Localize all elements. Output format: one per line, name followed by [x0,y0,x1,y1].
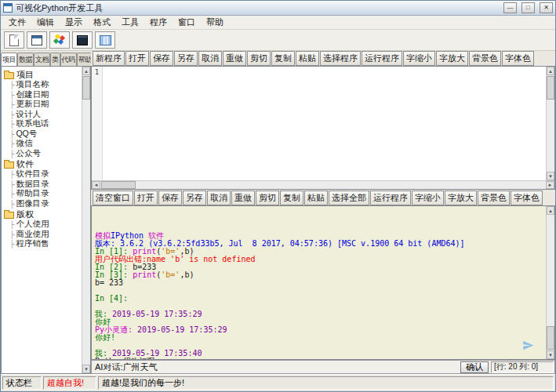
new-file-button[interactable] [4,31,24,49]
console-toolbar-button-1[interactable]: 打开 [134,191,158,205]
tab-4[interactable]: 代码 [60,53,77,66]
console-scroll-thumb[interactable] [547,326,554,350]
scroll-down-icon[interactable]: ▼ [547,350,554,359]
editor-toolbar-button-12[interactable]: 字放大 [436,51,468,66]
ai-dialog-input[interactable]: AI对话:广州天气 [93,361,460,373]
confirm-button[interactable]: 确认 [460,361,489,373]
open-window-button[interactable] [27,31,47,49]
tree-item-0-0[interactable]: ├项目名称 [4,80,82,90]
editor-toolbar-button-10[interactable]: 运行程序 [362,51,402,66]
console-toolbar-button-2[interactable]: 保存 [158,191,182,205]
scroll-left-icon[interactable]: ◄ [92,181,100,189]
editor-toolbar-button-7[interactable]: 复制 [271,51,295,66]
console-scrollbar[interactable]: ▲ ▼ [546,206,554,359]
menu-item-1[interactable]: 编辑 [31,15,60,30]
console-toolbar-button-5[interactable]: 重做 [231,191,255,205]
tree-item-2-2[interactable]: ├程序销售 [4,239,82,249]
tree-item-2-0[interactable]: ├个人使用 [4,220,82,230]
scroll-up-icon[interactable]: ▲ [547,206,554,215]
editor-hscroll-thumb[interactable] [101,181,136,189]
scroll-down-icon[interactable]: ▼ [82,365,90,373]
editor-toolbar-button-2[interactable]: 保存 [150,51,173,66]
tree-item-1-3[interactable]: ├图像目录 [4,199,82,209]
tree-item-0-4[interactable]: ├联系电话 [4,119,82,129]
editor-vscrollbar[interactable]: ▲ ▼ [546,67,554,180]
tree-item-1-2[interactable]: ├帮助目录 [4,189,82,199]
console-toolbar-button-9[interactable]: 选择全部 [329,191,369,205]
console-toolbar-button-10[interactable]: 运行程序 [370,191,411,205]
statusbar-cell-0: 状态栏 [2,376,42,390]
menu-item-7[interactable]: 帮助 [201,15,229,30]
send-message-icon[interactable] [521,339,535,351]
menu-item-5[interactable]: 程序 [144,15,173,30]
console-toolbar-button-12[interactable]: 字放大 [445,191,477,205]
editor-toolbar-button-8[interactable]: 粘贴 [296,51,319,66]
tree-scroll-thumb[interactable] [82,76,90,100]
scroll-up-icon[interactable]: ▲ [547,67,554,75]
console-toolbar-button-3[interactable]: 另存 [183,191,206,205]
editor-toolbar-button-3[interactable]: 另存 [174,51,198,66]
console-toolbar-button-14[interactable]: 字体色 [511,191,543,205]
tree-branch-icon: ├ [9,200,14,208]
tree-item-1-0[interactable]: ├软件目录 [4,169,82,180]
ai-dialog-label: AI对话: [95,361,122,373]
console-scroll-track[interactable] [547,215,554,350]
console-output[interactable]: 模拟IPython 软件版本: 3.6.2 (v3.6.2:5fd33b5, J… [92,206,546,359]
table-icon [100,35,111,45]
tree-group-1[interactable]: 软件 [4,158,82,169]
code-window-button[interactable] [72,31,93,49]
scroll-right-icon[interactable]: ► [546,181,554,189]
tree-item-2-1[interactable]: ├商业使用 [4,230,82,240]
tab-3[interactable]: 类 [50,53,60,66]
tree-item-0-3[interactable]: ├设计人 [4,110,82,120]
menu-item-4[interactable]: 工具 [116,15,144,30]
tree-item-1-1[interactable]: ├数据目录 [4,180,82,190]
editor-hscroll-track[interactable] [100,181,546,189]
console-text-segment: 2019-05-19 17:35:29 [137,325,227,334]
console-toolbar-button-0[interactable]: 清空窗口 [93,191,133,205]
editor-toolbar-button-1[interactable]: 打开 [125,51,149,66]
tree-item-0-1[interactable]: ├创建日期 [4,90,82,100]
menu-item-2[interactable]: 显示 [60,15,88,30]
tree-group-2[interactable]: 版权 [4,209,82,220]
tree-item-0-6[interactable]: ├微信 [4,139,82,149]
editor-hscrollbar[interactable]: ◄ ► [92,180,554,189]
code-editor[interactable] [103,67,546,180]
editor-toolbar-button-4[interactable]: 取消 [198,51,222,66]
color-palette-button[interactable] [49,31,70,49]
editor-toolbar-button-6[interactable]: 剪切 [247,51,271,66]
table-button[interactable] [95,31,115,49]
editor-toolbar-button-14[interactable]: 字体色 [502,51,534,66]
close-button[interactable]: ✕ [540,2,553,13]
tab-0[interactable]: 项目 [1,53,17,66]
tree-item-0-2[interactable]: ├更新日期 [4,100,82,110]
editor-toolbar-button-11[interactable]: 字缩小 [403,51,435,66]
tab-5[interactable]: 帮助 [77,53,92,66]
scroll-down-icon[interactable]: ▼ [547,172,554,180]
tab-1[interactable]: 数据 [17,53,34,66]
console-toolbar-button-8[interactable]: 粘贴 [304,191,328,205]
console-toolbar-button-11[interactable]: 字缩小 [412,191,444,205]
tab-2[interactable]: 文档 [34,53,50,66]
console-toolbar-button-7[interactable]: 复制 [280,191,303,205]
console-toolbar-button-4[interactable]: 取消 [207,191,231,205]
editor-toolbar-button-13[interactable]: 背景色 [469,51,501,66]
menu-item-3[interactable]: 格式 [88,15,116,30]
editor-vscroll-thumb[interactable] [547,76,554,100]
editor-vscroll-track[interactable] [547,75,554,172]
minimize-button[interactable]: — [503,2,517,13]
scroll-up-icon[interactable]: ▲ [82,67,90,75]
maximize-button[interactable]: □ [521,2,535,13]
editor-toolbar-button-5[interactable]: 重做 [223,51,246,66]
tree-item-0-7[interactable]: ├公众号 [4,149,82,159]
console-toolbar-button-13[interactable]: 背景色 [478,191,510,205]
tree-scrollbar[interactable]: ▲ ▼ [82,67,90,373]
editor-toolbar-button-9[interactable]: 选择程序 [320,51,361,66]
menu-item-0[interactable]: 文件 [3,15,31,30]
editor-toolbar-button-0[interactable]: 新程序 [93,51,125,66]
tree-group-0[interactable]: 项目 [4,69,82,80]
menu-item-6[interactable]: 窗口 [173,15,201,30]
tree-item-0-5[interactable]: ├QQ号 [4,129,82,140]
console-toolbar-button-6[interactable]: 剪切 [256,191,279,205]
tree-scroll-track[interactable] [82,75,90,365]
